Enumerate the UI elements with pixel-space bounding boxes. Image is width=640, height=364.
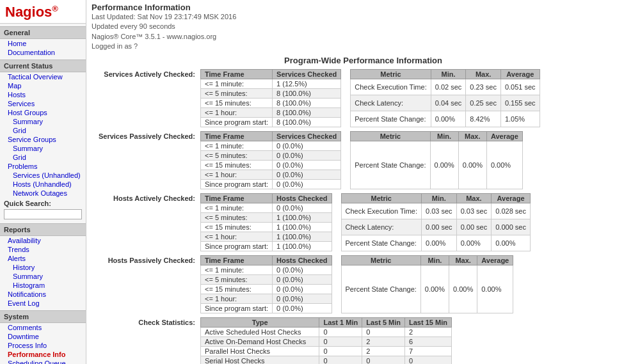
time-cell: <= 15 minutes:	[201, 98, 273, 107]
last15-cell: 2	[405, 327, 452, 336]
sidebar-item-host-groups[interactable]: Host Groups	[0, 108, 86, 117]
sidebar-item-network-outages[interactable]: Network Outages	[0, 189, 86, 198]
sidebar-item-alerts-history[interactable]: History	[0, 263, 86, 272]
hac-metric-col-header: Metric	[341, 193, 422, 203]
checked-cell: 0 (0.0%)	[273, 265, 332, 274]
time-cell: Since program start:	[201, 179, 273, 189]
sidebar-item-documentation[interactable]: Documentation	[0, 48, 86, 57]
sidebar-item-home[interactable]: Home	[0, 39, 86, 48]
logo-registered: ®	[52, 4, 58, 13]
cs-last1-header: Last 1 Min	[319, 317, 362, 327]
max-cell: 0.23 sec	[466, 79, 501, 95]
services-checked-header: Services Checked	[273, 69, 341, 79]
sidebar-item-problems[interactable]: Problems	[0, 162, 86, 171]
table-row: <= 1 minute:1 (12.5%)	[201, 79, 341, 88]
services-passively-checked-metrics: Metric Min. Max. Average Percent State C…	[350, 131, 523, 189]
last5-cell: 2	[362, 336, 405, 346]
sidebar-item-process-info[interactable]: Process Info	[0, 341, 86, 350]
table-row: <= 1 minute:0 (0.0%)	[201, 203, 332, 212]
max-cell: 0.25 sec	[466, 95, 501, 111]
time-cell: <= 5 minutes:	[201, 274, 273, 284]
checked-cell: 0 (0.0%)	[273, 160, 341, 170]
checked-cell: 1 (100.0%)	[273, 232, 332, 241]
min-cell: 0.02 sec	[431, 79, 466, 95]
time-frame-header: Time Frame	[201, 69, 273, 79]
sidebar-item-tactical-overview[interactable]: Tactical Overview	[0, 72, 86, 81]
table-row: <= 15 minutes:8 (100.0%)	[201, 98, 341, 107]
sidebar-item-performance-info[interactable]: Performance Info	[0, 350, 86, 359]
table-row: Percent State Change:0.00%0.00%0.00%	[351, 141, 523, 189]
table-row: <= 1 hour:0 (0.0%)	[201, 170, 341, 179]
checked-cell: 8 (100.0%)	[273, 117, 341, 127]
sidebar-item-alerts-summary[interactable]: Summary	[0, 272, 86, 281]
sidebar-item-services-unhandled[interactable]: Services (Unhandled)	[0, 171, 86, 180]
time-cell: <= 5 minutes:	[201, 88, 273, 98]
sidebar-item-host-groups-summary[interactable]: Summary	[0, 117, 86, 126]
reports-section-header: Reports	[0, 223, 86, 236]
table-row: <= 1 hour:0 (0.0%)	[201, 294, 332, 303]
table-row: Percent State Change:0.00%0.00%0.00%	[341, 265, 513, 313]
hosts-passively-checked-row: Hosts Passively Checked: Time Frame Host…	[92, 255, 635, 313]
spc-metric-col-header: Metric	[351, 131, 430, 141]
table-row: Since program start:0 (0.0%)	[201, 179, 341, 189]
last-updated: Last Updated: Sat Nov 19 23:17:49 MSK 20…	[92, 12, 635, 22]
hosts-actively-checked-row: Hosts Actively Checked: Time Frame Hosts…	[92, 193, 635, 251]
metric-name-cell: Check Execution Time:	[341, 203, 422, 219]
avg-cell: 1.05%	[500, 111, 540, 127]
sidebar-item-service-groups[interactable]: Service Groups	[0, 135, 86, 144]
hosts-actively-checked-content: Time Frame Hosts Checked <= 1 minute:0 (…	[200, 193, 531, 251]
services-passively-checked-label: Services Passively Checked:	[92, 131, 200, 140]
sidebar-item-comments[interactable]: Comments	[0, 323, 86, 332]
sidebar-item-notifications[interactable]: Notifications	[0, 290, 86, 299]
hpc-hosts-checked-header: Hosts Checked	[273, 255, 332, 265]
services-actively-checked-label: Services Actively Checked:	[92, 69, 200, 78]
sidebar-item-scheduling-queue[interactable]: Scheduling Queue	[0, 359, 86, 364]
table-row: <= 5 minutes:0 (0.0%)	[201, 150, 341, 160]
avg-cell: 0.000 sec	[492, 219, 531, 235]
hpc-avg-col-header: Average	[477, 255, 513, 265]
sidebar-item-event-log[interactable]: Event Log	[0, 299, 86, 308]
max-cell: 0.00%	[456, 235, 492, 251]
time-cell: Since program start:	[201, 117, 273, 127]
sidebar-item-hosts[interactable]: Hosts	[0, 90, 86, 99]
table-row: <= 5 minutes:8 (100.0%)	[201, 88, 341, 98]
min-cell: 0.00%	[431, 111, 466, 127]
time-cell: <= 1 minute:	[201, 265, 273, 274]
sidebar-item-alerts[interactable]: Alerts	[0, 254, 86, 263]
checked-cell: 0 (0.0%)	[273, 274, 332, 284]
table-row: Parallel Host Checks027	[201, 346, 452, 356]
sidebar-item-alerts-histogram[interactable]: Histogram	[0, 281, 86, 290]
table-row: <= 1 minute:0 (0.0%)	[201, 141, 341, 150]
table-row: Check Latency:0.04 sec0.25 sec0.155 sec	[351, 95, 540, 111]
current-status-section-header: Current Status	[0, 59, 86, 72]
table-row: <= 1 hour:1 (100.0%)	[201, 232, 332, 241]
time-cell: <= 1 minute:	[201, 203, 273, 212]
sidebar-item-service-groups-grid[interactable]: Grid	[0, 153, 86, 162]
max-cell: 8.42%	[466, 111, 501, 127]
system-section-header: System	[0, 310, 86, 323]
sidebar-item-downtime[interactable]: Downtime	[0, 332, 86, 341]
avg-cell: 0.00%	[486, 141, 522, 189]
table-row: Check Execution Time:0.02 sec0.23 sec0.0…	[351, 79, 540, 95]
sidebar: Nagios® General Home Documentation Curre…	[0, 0, 86, 364]
metric-name-cell: Percent State Change:	[341, 265, 420, 313]
avg-cell: 0.00%	[492, 235, 531, 251]
metric-name-cell: Percent State Change:	[351, 141, 430, 189]
sidebar-item-hosts-unhandled[interactable]: Hosts (Unhandled)	[0, 180, 86, 189]
table-row: <= 1 minute:0 (0.0%)	[201, 265, 332, 274]
hosts-passively-checked-label: Hosts Passively Checked:	[92, 255, 200, 264]
services-passively-checked-table: Time Frame Services Checked <= 1 minute:…	[200, 131, 341, 189]
hpc-time-frame-header: Time Frame	[201, 255, 273, 265]
sidebar-item-services[interactable]: Services	[0, 99, 86, 108]
sidebar-item-availability[interactable]: Availability	[0, 236, 86, 245]
time-cell: <= 1 minute:	[201, 141, 273, 150]
check-statistics-table: Type Last 1 Min Last 5 Min Last 15 Min A…	[200, 317, 452, 364]
services-actively-checked-row: Services Actively Checked: Time Frame Se…	[92, 69, 635, 127]
sidebar-item-map[interactable]: Map	[0, 81, 86, 90]
sidebar-item-service-groups-summary[interactable]: Summary	[0, 144, 86, 153]
search-input[interactable]	[4, 209, 82, 219]
version-info: Nagios® Core™ 3.5.1 - www.nagios.org	[92, 32, 635, 42]
sidebar-item-trends[interactable]: Trends	[0, 245, 86, 254]
sidebar-item-host-groups-grid[interactable]: Grid	[0, 126, 86, 135]
checked-cell: 0 (0.0%)	[273, 150, 341, 160]
